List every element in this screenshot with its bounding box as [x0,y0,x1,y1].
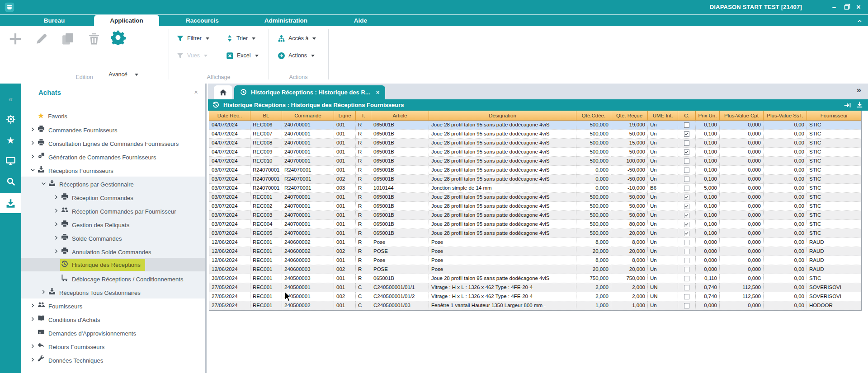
checkbox-unchecked[interactable] [684,240,689,245]
table-row[interactable]: 03/07/2024REC004240700001001R065001BJoue… [209,220,861,229]
table-row[interactable]: 03/07/2024R24070001R24070001001R065001BJ… [209,166,861,175]
sort-button[interactable]: Trier [226,33,255,43]
column-header-ume[interactable]: UME Int. [648,111,678,121]
tab-overflow-icon[interactable]: » [856,85,860,95]
table-row[interactable]: 27/05/2024REC001240500002001CC240500001/… [209,301,861,310]
table-row[interactable]: 03/07/2024REC003240700001001R065001BJoue… [209,211,861,220]
advanced-button[interactable] [110,30,126,45]
excel-button[interactable]: Excel [226,51,259,61]
expand-chevron-right-icon[interactable] [28,317,38,322]
column-header-pv_sst[interactable]: Plus-Value SsT. [764,111,807,121]
actions-button[interactable]: Actions [278,51,315,61]
expand-chevron-right-icon[interactable] [28,357,38,362]
expand-chevron-right-icon[interactable] [28,127,38,132]
sidebar-item[interactable]: Historique des Réceptions [21,258,205,271]
checkbox-unchecked[interactable] [684,285,689,290]
table-row[interactable]: 12/06/2024REC001240600003001RPosePose8,0… [209,256,861,265]
column-header-article[interactable]: Article [371,111,429,121]
sidebar-item[interactable]: Réceptions Tous Gestionnaires [21,285,205,298]
sidebar-item[interactable]: ★Favoris [21,109,205,122]
checkbox-checked[interactable] [684,131,689,137]
checkbox-checked[interactable] [684,222,689,227]
checkbox-unchecked[interactable] [684,168,689,173]
column-header-c[interactable]: C. [678,111,696,121]
checkbox-unchecked[interactable] [684,258,689,263]
sidebar-item[interactable]: Retours Fournisseurs [21,339,205,353]
expand-chevron-right-icon[interactable] [28,344,38,349]
menu-tab-administration[interactable]: Administration [253,15,319,27]
sidebar-item[interactable]: Annulation Solde Commandes [21,244,205,258]
expand-chevron-right-icon[interactable] [51,195,61,200]
table-row[interactable]: 04/07/2024REC007240700001001R065001BJoue… [209,130,861,139]
table-row[interactable]: 04/07/2024REC010240700001001R065001BJoue… [209,157,861,166]
checkbox-checked[interactable] [684,231,689,236]
table-row[interactable]: 03/07/2024R24070001R24070001003R1010144J… [209,184,861,193]
checkbox-checked[interactable] [684,204,689,209]
close-button[interactable]: × [854,3,863,11]
column-header-date[interactable]: Date Réc.. [209,111,250,121]
checkbox-unchecked[interactable] [684,186,689,191]
column-header-qte_recue[interactable]: Qté. Reçue [611,111,648,121]
access-button[interactable]: Accès à [278,33,316,43]
sidebar-item[interactable]: Génération de Commandes Fournisseurs [21,149,205,163]
sidebar-item[interactable]: Réceptions par Gestionnaire [21,177,205,190]
sidebar-close-icon[interactable]: × [194,88,198,96]
collapse-ribbon-icon[interactable] [857,18,863,24]
copy-button[interactable] [61,33,74,45]
menu-tab-bureau[interactable]: Bureau [27,15,81,27]
expand-chevron-right-icon[interactable] [51,249,61,254]
menu-tab-aide[interactable]: Aide [344,15,377,27]
sidebar-item[interactable]: Réception Commandes [21,190,205,204]
expand-chevron-right-icon[interactable] [38,289,48,294]
active-document-tab[interactable]: Historique Réceptions : Historique des R… [234,85,385,99]
column-header-ligne[interactable]: Ligne [334,111,356,121]
home-tab[interactable] [214,85,232,99]
checkbox-checked[interactable] [684,213,689,218]
expand-chevron-right-icon[interactable] [51,235,61,240]
expand-chevron-down-icon[interactable] [38,181,48,186]
table-row[interactable]: 03/07/2024REC001240700001001R065001BJoue… [209,193,861,202]
table-row[interactable]: 12/06/2024REC001240600002002RPOSEPose20,… [209,247,861,256]
sidebar-item[interactable]: Consultation Lignes de Commandes Fournis… [21,136,205,149]
modules-wheel-icon[interactable] [0,112,21,127]
checkbox-checked[interactable] [684,149,689,155]
column-header-commande[interactable]: Commande [282,111,334,121]
checkbox-unchecked[interactable] [684,249,689,254]
sidebar-item[interactable]: Réception Commandes par Fournisseur [21,204,205,217]
minimize-button[interactable]: – [829,3,839,11]
table-row[interactable]: 03/07/2024REC005240700001001R065001BJoue… [209,229,861,238]
expand-chevron-right-icon[interactable] [28,140,38,145]
edit-button[interactable] [35,33,48,45]
checkbox-checked[interactable] [684,195,689,200]
table-row[interactable]: 03/07/2024R24070001R24070001002R065001BJ… [209,175,861,184]
table-row[interactable]: 03/07/2024REC002240700001001R065001BJoue… [209,202,861,211]
sidebar-item[interactable]: Réceptions Fournisseurs [21,163,205,177]
table-row[interactable]: 30/05/2024REC001240500003001R065001BJoue… [209,274,861,283]
checkbox-unchecked[interactable] [684,140,689,146]
menu-tab-application[interactable]: Application [94,15,159,27]
column-header-designation[interactable]: Désignation [429,111,576,121]
sidebar-item[interactable]: Déblocage Réceptions / Conditionnements [21,271,205,285]
checkbox-unchecked[interactable] [684,177,689,182]
table-row[interactable]: 12/06/2024REC001240600002001RPosePose8,0… [209,238,861,247]
filter-button[interactable]: Filtrer [176,33,209,43]
column-header-qte_cdee[interactable]: Qté.Cdée. [576,111,611,121]
favorites-star-icon[interactable]: ★ [0,132,21,148]
table-row[interactable]: 04/07/2024REC009240700001001R065001BJoue… [209,148,861,157]
checkbox-unchecked[interactable] [684,267,689,272]
sidebar-item[interactable]: Données Techniques [21,353,205,366]
checkbox-unchecked[interactable] [684,294,689,299]
expand-chevron-right-icon[interactable] [51,222,61,227]
receptions-download-icon[interactable] [0,193,21,213]
sidebar-item[interactable]: Commandes Fournisseurs [21,122,205,136]
table-row[interactable]: 04/07/2024REC006240700001001R065001BJoue… [209,121,861,130]
column-header-bl[interactable]: BL [250,111,282,121]
search-icon[interactable] [0,174,21,189]
goto-arrow-icon[interactable] [844,101,851,109]
export-download-icon[interactable] [856,101,863,109]
expand-chevron-right-icon[interactable] [28,154,38,159]
table-row[interactable]: 04/07/2024REC008240700001001R065001BJoue… [209,139,861,148]
tab-close-icon[interactable]: × [376,89,380,96]
column-header-fournisseur[interactable]: Fournisseur [807,111,861,121]
expand-chevron-right-icon[interactable] [28,303,38,308]
